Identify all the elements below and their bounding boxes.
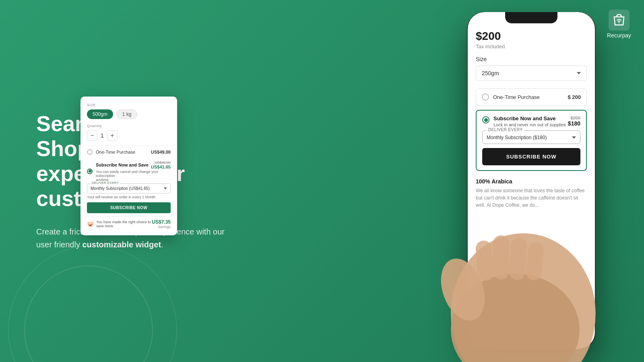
widget-subscribe-sub: You can easily cancel and change your su…: [96, 170, 171, 178]
phone-notch: [505, 12, 557, 23]
qty-value: 1: [101, 132, 104, 139]
widget-one-time-price: US$49.00: [151, 150, 171, 154]
widget-one-time-label: One-Time Purchase: [96, 150, 135, 154]
widget-deliver-note: Your will receive an order in every 1 Mo…: [87, 195, 171, 199]
subtext-bold: customizable widget: [83, 240, 161, 249]
phone-one-time-label: One-Time Purchase: [493, 94, 540, 100]
widget-size-label: Size: [87, 103, 171, 107]
subtext-end: .: [161, 240, 163, 249]
size-btn-1kg[interactable]: 1 kg: [116, 109, 138, 119]
widget-deliver-chevron: [164, 187, 167, 189]
widget-deliver-option: Monthly Subscription (US$41.65): [91, 186, 150, 191]
recurpay-logo-icon: [609, 10, 630, 31]
widget-subscribe-price-old: US$49.00: [151, 160, 171, 165]
savings-value: US$7.35: [152, 219, 171, 225]
qty-decrease-btn[interactable]: −: [87, 130, 97, 141]
phone-radio-one-time: [482, 93, 489, 101]
qty-increase-btn[interactable]: +: [107, 130, 118, 141]
phone-size-chevron: [577, 72, 581, 74]
widget-deliver-label: DELIVER EVERY: [91, 181, 120, 185]
qty-control: − 1 +: [87, 130, 171, 141]
widget-deliver-every-box: DELIVER EVERY Monthly Subscription (US$4…: [87, 183, 171, 193]
phone-tax: Tax included.: [476, 43, 587, 49]
phone-size-value: 250gm: [482, 70, 499, 76]
widget-one-time-row[interactable]: One-Time Purchase US$49.00: [87, 146, 171, 158]
piggy-icon: 🐷: [87, 221, 94, 227]
widget-radio-one-time: [87, 149, 93, 155]
size-buttons-group: 500gm 1 kg: [87, 109, 171, 119]
widget-deliver-select[interactable]: Monthly Subscription (US$41.65): [91, 186, 167, 191]
svg-rect-7: [509, 237, 527, 280]
phone-one-time-option[interactable]: One-Time Purchase $ 200: [476, 88, 587, 106]
qty-label: Quantity: [87, 124, 171, 128]
savings-label: Savings: [152, 225, 171, 229]
savings-text: You have made the right choice to save m…: [96, 220, 152, 228]
phone-one-time-price: $ 200: [568, 94, 581, 100]
svg-rect-0: [609, 10, 630, 31]
phone-subscribe-price-old: $200: [571, 115, 580, 120]
brand-logo: Recurpay: [607, 10, 631, 39]
widget-subscribe-button[interactable]: SUBSCRIBE NOW: [87, 202, 171, 213]
svg-point-1: [619, 22, 620, 23]
hand-image: [411, 121, 612, 362]
phone-size-label: Size: [476, 56, 587, 62]
widget-radio-subscribe: [87, 169, 93, 174]
phone-price: $200: [476, 30, 587, 43]
widget-card: Size 500gm 1 kg Quantity − 1 + One-Time …: [80, 97, 177, 235]
size-btn-500gm[interactable]: 500gm: [87, 109, 113, 119]
widget-subscribe-block: Subscribe Now and Save US$49.00 US$41.65…: [87, 160, 171, 213]
savings-amount: US$7.35 Savings: [152, 219, 171, 229]
brand-name: Recurpay: [607, 32, 631, 39]
widget-subscribe-price-new: US$41.65: [151, 165, 171, 169]
widget-subscribe-title: Subscribe Now and Save: [96, 162, 149, 167]
widget-savings-row: 🐷 You have made the right choice to save…: [87, 216, 171, 229]
svg-rect-6: [493, 235, 509, 280]
phone-size-select[interactable]: 250gm: [476, 66, 587, 81]
